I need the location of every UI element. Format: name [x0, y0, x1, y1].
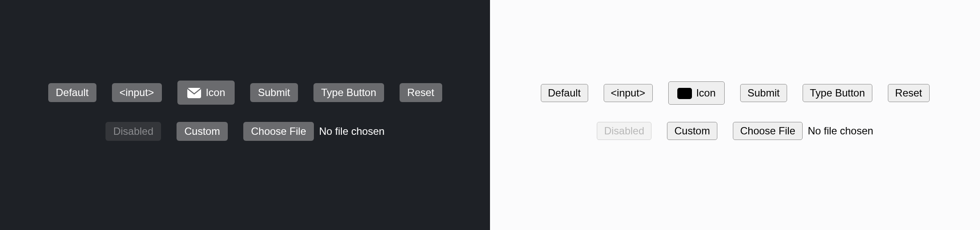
file-input[interactable]: Choose File No file chosen	[243, 122, 385, 141]
type-button[interactable]: Type Button	[313, 83, 384, 102]
light-panel: Default <input> Icon Submit Type Button …	[490, 0, 980, 230]
submit-button[interactable]: Submit	[740, 84, 787, 102]
icon-button[interactable]: Icon	[668, 81, 725, 105]
light-row-1: Default <input> Icon Submit Type Button …	[541, 81, 930, 105]
custom-button[interactable]: Custom	[177, 122, 228, 141]
default-button[interactable]: Default	[541, 84, 588, 102]
file-status-label: No file chosen	[808, 125, 873, 137]
type-button[interactable]: Type Button	[803, 84, 872, 102]
input-button[interactable]: <input>	[112, 83, 162, 102]
icon-button[interactable]: Icon	[177, 81, 235, 105]
dark-panel: Default <input> Icon Submit Type Button …	[0, 0, 490, 230]
submit-button[interactable]: Submit	[250, 83, 298, 102]
input-button[interactable]: <input>	[604, 84, 653, 102]
icon-button-label: Icon	[696, 87, 716, 99]
custom-button[interactable]: Custom	[667, 122, 717, 140]
default-button[interactable]: Default	[48, 83, 96, 102]
disabled-button: Disabled	[597, 122, 651, 140]
dark-row-2: Disabled Custom Choose File No file chos…	[105, 122, 385, 141]
icon-button-label: Icon	[206, 87, 225, 99]
reset-button[interactable]: Reset	[888, 84, 930, 102]
choose-file-button[interactable]: Choose File	[733, 122, 803, 140]
light-row-2: Disabled Custom Choose File No file chos…	[597, 122, 873, 140]
file-status-label: No file chosen	[319, 125, 385, 137]
reset-button[interactable]: Reset	[400, 83, 442, 102]
icon-glyph	[677, 88, 692, 99]
envelope-icon	[187, 87, 202, 99]
dark-row-1: Default <input> Icon Submit Type Button …	[48, 81, 442, 105]
file-input[interactable]: Choose File No file chosen	[733, 122, 873, 140]
disabled-button: Disabled	[105, 122, 161, 141]
choose-file-button[interactable]: Choose File	[243, 122, 314, 141]
